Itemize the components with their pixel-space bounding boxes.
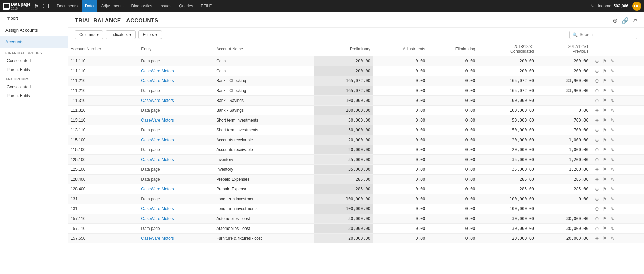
cell-account-name: Long term investments (214, 194, 314, 204)
edit-row-icon[interactable]: ✎ (609, 225, 615, 232)
pin-row-icon[interactable]: ⚑ (601, 147, 608, 153)
add-row-icon[interactable]: ⊕ (594, 68, 600, 74)
add-row-icon[interactable]: ⊕ (594, 186, 600, 192)
cell-consolidated: 20,000.00 (478, 234, 537, 243)
search-input[interactable] (580, 32, 634, 37)
pin-row-icon[interactable]: ⚑ (601, 107, 608, 113)
columns-button[interactable]: Columns ▾ (75, 30, 103, 39)
add-row-icon[interactable]: ⊕ (594, 206, 600, 212)
edit-row-icon[interactable]: ✎ (609, 206, 615, 212)
pin-row-icon[interactable]: ⚑ (601, 117, 608, 123)
sidebar-item-import[interactable]: Import (0, 12, 68, 24)
sidebar-financial-parent-entity[interactable]: Parent Entity (0, 65, 68, 74)
pin-row-icon[interactable]: ⚑ (601, 216, 608, 222)
edit-row-icon[interactable]: ✎ (609, 117, 615, 123)
add-row-icon[interactable]: ⊕ (594, 58, 600, 64)
brand-name: Data page (11, 2, 30, 7)
cell-adjustments: 0.00 (373, 175, 428, 184)
cell-adjustments: 0.00 (373, 224, 428, 234)
cell-eliminating: 0.00 (428, 234, 478, 243)
cell-account-name: Bank - Savings (214, 96, 314, 106)
edit-row-icon[interactable]: ✎ (609, 127, 615, 133)
add-row-icon[interactable]: ⊕ (594, 107, 600, 113)
add-row-icon[interactable]: ⊕ (594, 137, 600, 143)
brand-year: 2018 (11, 7, 30, 10)
edit-row-icon[interactable]: ✎ (609, 166, 615, 172)
table-row: 128.400 CaseWare Motors Prepaid Expenses… (68, 184, 644, 194)
table-row: 115.100 Data page Accounts receivable 20… (68, 145, 644, 155)
nav-issues[interactable]: Issues (156, 0, 175, 12)
edit-row-icon[interactable]: ✎ (609, 176, 615, 182)
edit-row-icon[interactable]: ✎ (609, 58, 615, 64)
edit-row-icon[interactable]: ✎ (609, 88, 615, 94)
nav-data[interactable]: Data (82, 0, 97, 12)
cell-entity: Data page (138, 224, 214, 234)
indicators-button[interactable]: Indicators ▾ (106, 30, 136, 39)
sidebar-item-assign-accounts[interactable]: Assign Accounts (0, 24, 68, 36)
nav-adjustments[interactable]: Adjustments (98, 0, 127, 12)
edit-row-icon[interactable]: ✎ (609, 186, 615, 192)
pin-row-icon[interactable]: ⚑ (601, 157, 608, 163)
add-row-icon[interactable]: ⊕ (594, 235, 600, 241)
edit-row-icon[interactable]: ✎ (609, 157, 615, 163)
pin-row-icon[interactable]: ⚑ (601, 78, 608, 84)
net-income-label: Net Income 502,966 (591, 4, 628, 8)
pin-row-icon[interactable]: ⚑ (601, 196, 608, 202)
add-row-icon[interactable]: ⊕ (594, 166, 600, 172)
edit-row-icon[interactable]: ✎ (609, 147, 615, 153)
sidebar-tax-parent-entity[interactable]: Parent Entity (0, 91, 68, 100)
sidebar-item-accounts[interactable]: Accounts (0, 36, 68, 48)
pin-row-icon[interactable]: ⚑ (601, 186, 608, 192)
pin-row-icon[interactable]: ⚑ (601, 58, 608, 64)
pin-row-icon[interactable]: ⚑ (601, 88, 608, 94)
add-row-icon[interactable]: ⊕ (594, 78, 600, 84)
pin-row-icon[interactable]: ⚑ (601, 176, 608, 182)
flag-icon[interactable]: ⚑ (34, 3, 39, 9)
pin-row-icon[interactable]: ⚑ (601, 166, 608, 172)
edit-row-icon[interactable]: ✎ (609, 78, 615, 84)
edit-row-icon[interactable]: ✎ (609, 97, 615, 104)
edit-row-icon[interactable]: ✎ (609, 68, 615, 74)
nav-queries[interactable]: Queries (175, 0, 197, 12)
cell-account-name: Prepaid Expenses (214, 175, 314, 184)
cell-previous: 33,900.00 (537, 76, 591, 86)
add-row-icon[interactable]: ⊕ (594, 176, 600, 182)
nav-efile[interactable]: EFILE (197, 0, 215, 12)
pin-row-icon[interactable]: ⚑ (601, 97, 608, 104)
edit-row-icon[interactable]: ✎ (609, 235, 615, 241)
pin-row-icon[interactable]: ⚑ (601, 137, 608, 143)
info-icon[interactable]: ℹ (48, 3, 49, 9)
pin-row-icon[interactable]: ⚑ (601, 235, 608, 241)
pin-row-icon[interactable]: ⚑ (601, 206, 608, 212)
nav-documents[interactable]: Documents (53, 0, 81, 12)
filters-button[interactable]: Filters ▾ (138, 30, 162, 39)
add-row-icon[interactable]: ⊕ (594, 157, 600, 163)
edit-row-icon[interactable]: ✎ (609, 107, 615, 113)
edit-row-icon[interactable]: ✎ (609, 196, 615, 202)
add-row-icon[interactable]: ⊕ (594, 225, 600, 232)
add-row-icon[interactable]: ⊕ (594, 88, 600, 94)
pin-row-icon[interactable]: ⚑ (601, 127, 608, 133)
add-row-icon[interactable]: ⊕ (594, 196, 600, 202)
user-avatar[interactable]: DC (632, 2, 641, 11)
add-circle-icon[interactable]: ⊕ (613, 17, 618, 24)
cell-adjustments: 0.00 (373, 204, 428, 214)
search-box[interactable]: 🔍 (569, 31, 637, 39)
table-row: 113.110 Data page Short term investments… (68, 125, 644, 135)
sidebar-financial-consolidated[interactable]: Consolidated (0, 56, 68, 65)
add-row-icon[interactable]: ⊕ (594, 147, 600, 153)
add-row-icon[interactable]: ⊕ (594, 117, 600, 123)
sidebar-tax-consolidated[interactable]: Consolidated (0, 83, 68, 91)
add-row-icon[interactable]: ⊕ (594, 216, 600, 222)
link-icon[interactable]: 🔗 (621, 17, 629, 24)
add-row-icon[interactable]: ⊕ (594, 127, 600, 133)
add-row-icon[interactable]: ⊕ (594, 97, 600, 104)
edit-row-icon[interactable]: ✎ (609, 216, 615, 222)
cell-entity: CaseWare Motors (138, 115, 214, 125)
external-link-icon[interactable]: ↗ (632, 17, 637, 24)
pin-row-icon[interactable]: ⚑ (601, 225, 608, 232)
pin-row-icon[interactable]: ⚑ (601, 68, 608, 74)
edit-row-icon[interactable]: ✎ (609, 137, 615, 143)
hierarchy-icon[interactable]: ⋮ (41, 3, 46, 9)
nav-diagnostics[interactable]: Diagnostics (128, 0, 155, 12)
